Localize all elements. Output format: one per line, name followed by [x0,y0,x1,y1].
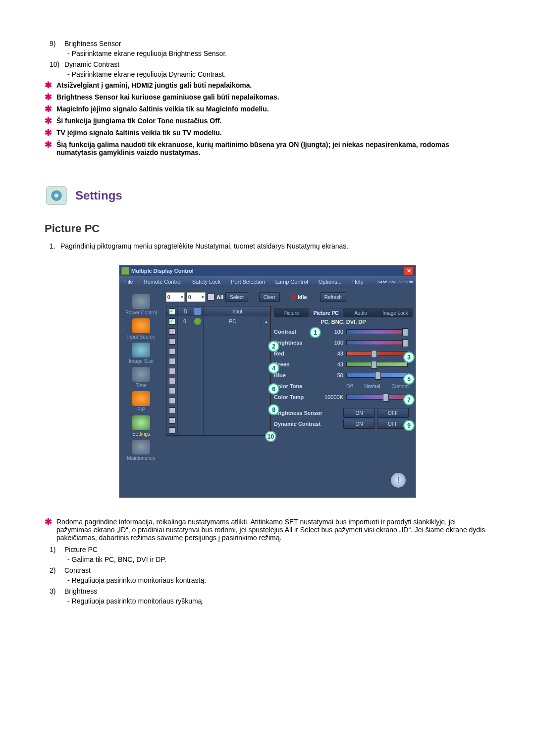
callout-3: 3 [403,352,415,363]
scroll-up-icon[interactable]: ▴ [262,316,270,326]
row-check[interactable] [169,348,175,354]
callout-6: 6 [268,383,279,395]
row-check[interactable] [169,358,175,364]
table-row[interactable] [166,336,270,346]
row-check[interactable] [169,328,175,335]
sidebar-item-image[interactable]: Image Size [119,343,163,364]
row-check[interactable] [169,388,175,394]
row-check[interactable] [169,407,175,414]
bsensor-off-button[interactable]: OFF [377,408,409,418]
clear-button[interactable]: Clear [259,292,280,302]
dcontrast-on-button[interactable]: ON [343,419,375,429]
blue-slider[interactable] [346,373,408,378]
callout-5: 5 [403,373,415,385]
sidebar-item-maintenance[interactable]: Maintenance [119,440,163,461]
row-check[interactable] [169,398,175,404]
row-check[interactable] [169,378,175,384]
item-sub: - Pasirinktame ekrane reguliuoja Dynamic… [67,70,490,78]
menu-file[interactable]: File [119,279,139,285]
sidebar-item-time[interactable]: Time [119,367,163,388]
spinner-b[interactable]: 0 [187,292,206,302]
table-row[interactable] [166,405,270,415]
menu-lamp[interactable]: Lamp Control [270,279,314,285]
params: Contrast100 Brightness100 Red43 Green43 … [274,326,413,429]
item-title: Brightness [64,587,490,595]
list-item-9: 9) Brightness Sensor - Pasirinktame ekra… [50,40,490,57]
bsensor-on-button[interactable]: ON [343,408,375,418]
colortone-select[interactable]: OffNormalCustom [346,384,413,389]
star-icon: ✱ [45,117,56,125]
input-icon [132,318,150,333]
col-icon [192,306,204,316]
contrast-slider[interactable] [346,329,408,334]
list-item: 2) Contrast- Reguliuoja pasirinkto monit… [50,566,490,584]
callout-7: 7 [403,394,415,405]
tab-audio[interactable]: Audio [343,308,378,317]
table-row[interactable] [166,366,270,376]
item-title: Contrast [64,566,490,574]
notes-list: ✱Atsižvelgiant į gaminį, HDMI2 jungtis g… [45,81,490,156]
item-sub: - Reguliuoja pasirinkto monitoriaus kont… [67,576,490,584]
row-check[interactable] [169,427,175,434]
intro-line: 1. Pagrindinių piktogramų meniu spragtel… [50,242,490,250]
close-icon[interactable]: ✕ [404,266,414,275]
col-check [166,306,178,316]
menu-remote[interactable]: Remote Control [139,279,187,285]
table-row[interactable] [166,425,270,435]
info-icon[interactable]: ! [391,473,406,488]
menu-options[interactable]: Options... [314,279,347,285]
brightness-slider[interactable] [346,340,408,345]
table-row[interactable]: 0 PC ▴ [166,316,270,326]
param-blue: Blue50 [274,370,413,381]
item-number: 3) [50,587,64,605]
sidebar-item-settings[interactable]: Settings [119,415,163,437]
param-colortone: Color ToneOffNormalCustom [274,381,413,392]
table-row[interactable] [166,415,270,425]
sidebar-item-input[interactable]: Input Source [119,318,163,340]
row-check[interactable] [169,368,175,374]
star-icon: ✱ [45,518,56,542]
select-button[interactable]: Select [225,292,248,302]
tab-picture-pc[interactable]: Picture PC [309,308,343,317]
list-item: 1) Picture PC- Galima tik PC, BNC, DVI i… [50,546,490,563]
row-check[interactable] [169,318,175,325]
power-icon [132,294,150,309]
row-check[interactable] [169,338,175,345]
menu-port[interactable]: Port Selection [226,279,270,285]
star-icon: ✱ [45,81,56,89]
star-icon: ✱ [45,93,56,101]
tab-image-lock[interactable]: Image Lock [378,308,413,317]
table-row[interactable] [166,356,270,366]
red-slider[interactable] [346,351,408,356]
table-row[interactable] [166,386,270,396]
menu-help[interactable]: Help [347,279,369,285]
item-title: Dynamic Contrast [64,60,490,68]
sidebar-item-power[interactable]: Power Control [119,294,163,315]
param-dynamic-contrast: Dynamic ContrastONOFF [274,418,413,429]
note: ✱TV įėjimo signalo šaltinis veikia tik s… [45,129,490,137]
table-row[interactable] [166,376,270,386]
sidebar-item-pip[interactable]: PIP [119,391,163,412]
tab-picture[interactable]: Picture [274,308,309,317]
green-slider[interactable] [346,362,408,367]
param-colortemp: Color Temp10000K [274,392,413,403]
item-number: 1) [50,546,64,563]
colortemp-slider[interactable] [346,395,408,400]
row-check[interactable] [169,417,175,424]
table-row[interactable] [166,346,270,356]
param-brightness: Brightness100 [274,337,413,348]
checkbox-all[interactable] [208,294,214,301]
col-input: Input [204,306,270,316]
note: ✱Rodoma pagrindinė informacija, reikalin… [45,518,490,542]
refresh-button[interactable]: Refresh [320,292,346,302]
spinner-a[interactable]: 0 [166,292,185,302]
top-controls: 0 0 All Select Clear Idle Refresh [166,292,413,302]
item-sub: - Galima tik PC, BNC, DVI ir DP. [67,555,490,563]
titlebar[interactable]: Multiple Display Control ✕ [119,265,416,276]
menu-safety[interactable]: Safety Lock [187,279,226,285]
param-red: Red43 [274,348,413,359]
settings-panel: Picture Picture PC Audio Image Lock PC, … [274,306,413,436]
tabs: Picture Picture PC Audio Image Lock [274,308,413,317]
table-row[interactable] [166,326,270,336]
table-row[interactable] [166,396,270,405]
